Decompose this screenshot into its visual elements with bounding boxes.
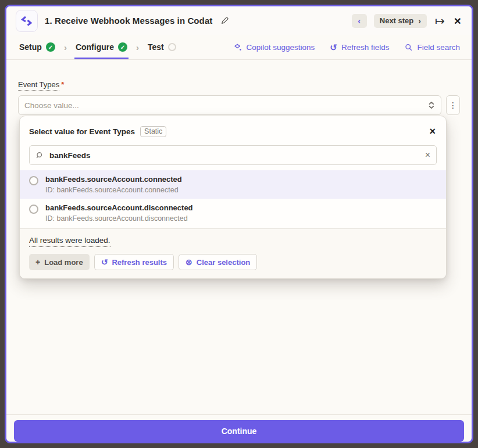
step-tabbar: Setup ✓ › Configure ✓ › Test Copilot sug…	[6, 35, 472, 60]
dropdown-search-box: ×	[29, 145, 437, 165]
continue-button[interactable]: Continue	[14, 420, 464, 442]
refresh-icon: ↺	[330, 43, 337, 52]
tab-separator-chevron-icon: ›	[136, 35, 139, 59]
clear-selection-label: Clear selection	[197, 258, 251, 267]
search-icon	[35, 151, 44, 160]
chevron-right-icon: ›	[418, 16, 421, 26]
dropdown-options-list: bankFeeds.sourceAccount.connected ID: ba…	[20, 170, 446, 228]
close-icon: ×	[429, 126, 436, 137]
option-id: ID: bankFeeds.sourceAccount.connected	[45, 186, 182, 194]
chevron-updown-icon	[428, 101, 435, 109]
next-step-label: Next step	[380, 16, 414, 25]
configure-form-body: Event Types * ⋮ Select value for Event T…	[6, 60, 472, 414]
option-row[interactable]: bankFeeds.sourceAccount.connected ID: ba…	[20, 170, 446, 199]
circled-x-icon: ⊗	[186, 258, 192, 266]
option-text: bankFeeds.sourceAccount.connected ID: ba…	[45, 175, 182, 194]
option-row[interactable]: bankFeeds.sourceAccount.disconnected ID:…	[20, 199, 446, 227]
results-status-text: All results were loaded.	[29, 236, 110, 247]
bar-arrow-right-icon: ↦	[435, 15, 445, 27]
radio-icon[interactable]	[29, 176, 38, 185]
dropdown-footer-buttons: + Load more ↺ Refresh results ⊗ Clear se…	[29, 254, 437, 270]
field-search-label: Field search	[417, 43, 460, 52]
event-types-select-input[interactable]	[24, 101, 428, 110]
event-types-field-label: Event Types	[18, 80, 59, 91]
refresh-results-button[interactable]: ↺ Refresh results	[94, 254, 174, 270]
tab-toolbar: Copilot suggestions ↺ Refresh fields Fie…	[233, 35, 461, 59]
collapse-panel-button[interactable]: ↦	[434, 14, 446, 28]
event-types-label-row: Event Types *	[18, 80, 460, 91]
dropdown-title: Select value for Event Types	[29, 127, 135, 136]
code-chevrons-icon	[20, 14, 34, 28]
load-more-button[interactable]: + Load more	[29, 254, 90, 270]
configure-complete-check-icon: ✓	[118, 42, 127, 52]
next-step-button[interactable]: Next step ›	[374, 14, 427, 28]
kebab-menu-icon: ⋮	[449, 101, 457, 110]
option-label: bankFeeds.sourceAccount.disconnected	[45, 203, 193, 212]
radio-icon[interactable]	[29, 205, 38, 214]
option-text: bankFeeds.sourceAccount.disconnected ID:…	[45, 203, 193, 223]
tab-configure-label: Configure	[76, 42, 114, 52]
tab-setup[interactable]: Setup ✓	[18, 35, 56, 59]
field-options-menu-button[interactable]: ⋮	[446, 95, 460, 115]
test-incomplete-circle-icon	[168, 43, 176, 51]
search-icon	[404, 43, 413, 52]
chevron-left-icon: ‹	[358, 16, 361, 26]
step-title: 1. Receive Webhook Messages in Codat	[45, 16, 212, 26]
refresh-results-label: Refresh results	[112, 258, 167, 267]
panel-footer: Continue	[6, 414, 472, 442]
dropdown-footer: All results were loaded. + Load more ↺ R…	[20, 228, 446, 278]
refresh-icon: ↺	[101, 258, 108, 266]
tab-test-label: Test	[148, 42, 164, 52]
close-icon: ×	[425, 150, 430, 160]
tab-configure[interactable]: Configure ✓	[74, 35, 129, 59]
codat-app-icon	[16, 10, 38, 32]
plus-icon: +	[35, 258, 40, 266]
refresh-fields-button[interactable]: ↺ Refresh fields	[330, 43, 389, 52]
copilot-suggestions-button[interactable]: Copilot suggestions	[233, 42, 315, 52]
option-label: bankFeeds.sourceAccount.connected	[45, 175, 182, 184]
dropdown-search-input[interactable]	[49, 151, 420, 160]
step-editor-panel: 1. Receive Webhook Messages in Codat ‹ N…	[5, 5, 473, 443]
close-icon: ×	[454, 15, 461, 27]
clear-search-button[interactable]: ×	[425, 150, 430, 160]
event-types-select-row: ⋮	[18, 95, 460, 115]
event-types-dropdown: Select value for Event Types Static × ×	[19, 116, 447, 279]
required-asterisk: *	[61, 80, 64, 89]
field-search-button[interactable]: Field search	[404, 43, 460, 52]
dropdown-close-button[interactable]: ×	[428, 125, 437, 138]
load-more-label: Load more	[44, 258, 83, 267]
edit-title-pencil-icon[interactable]	[220, 16, 229, 25]
event-types-select[interactable]	[18, 95, 441, 115]
tab-test[interactable]: Test	[147, 35, 177, 59]
refresh-fields-label: Refresh fields	[341, 43, 390, 52]
tab-separator-chevron-icon: ›	[64, 35, 67, 59]
panel-header: 1. Receive Webhook Messages in Codat ‹ N…	[6, 6, 472, 35]
option-id: ID: bankFeeds.sourceAccount.disconnected	[45, 214, 193, 223]
setup-complete-check-icon: ✓	[46, 42, 55, 52]
clear-selection-button[interactable]: ⊗ Clear selection	[179, 254, 257, 270]
close-panel-button[interactable]: ×	[453, 13, 462, 28]
static-badge: Static	[140, 126, 166, 137]
tab-setup-label: Setup	[19, 42, 42, 52]
copilot-suggestions-label: Copilot suggestions	[247, 43, 315, 52]
dropdown-header: Select value for Event Types Static ×	[20, 116, 446, 142]
previous-step-button[interactable]: ‹	[352, 14, 367, 28]
sparkle-icon	[233, 42, 242, 52]
